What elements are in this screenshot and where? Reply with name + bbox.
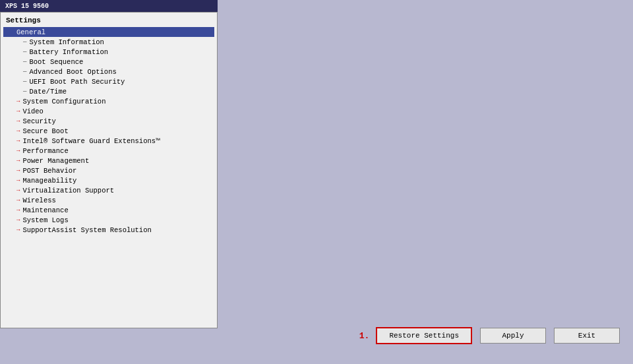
dash-icon: —: [23, 59, 26, 65]
title-bar-text: XPS 15 9560: [5, 3, 49, 10]
sidebar-item-label: Video: [22, 107, 44, 115]
arrow-icon: →: [16, 177, 20, 184]
sidebar-item-label: Maintenance: [22, 206, 68, 214]
sidebar-item-uefi-boot-path-security[interactable]: —UEFI Boot Path Security: [3, 76, 214, 86]
arrow-icon: →: [16, 148, 20, 154]
bottom-bar: 1. Restore Settings Apply Exit: [0, 327, 633, 344]
arrow-icon: →: [16, 227, 20, 233]
sidebar-item-performance[interactable]: →Performance: [3, 146, 214, 156]
sidebar-item-label: System Information: [29, 38, 104, 46]
arrow-icon: →: [16, 207, 20, 214]
arrow-icon: →: [16, 138, 20, 144]
sidebar-item-label: POST Behavior: [22, 167, 76, 175]
dash-icon: —: [23, 39, 26, 46]
sidebar-item-post-behavior[interactable]: →POST Behavior: [3, 166, 214, 175]
sidebar-item-intel-software-guard[interactable]: →Intel® Software Guard Extensions™: [3, 136, 214, 146]
dash-icon: —: [23, 88, 26, 95]
sidebar-item-boot-sequence[interactable]: —Boot Sequence: [3, 57, 214, 67]
restore-settings-button[interactable]: Restore Settings: [376, 327, 472, 344]
sidebar-item-label: Manageability: [22, 177, 76, 185]
sidebar-item-label: Secure Boot: [22, 127, 68, 135]
sidebar-item-label: Intel® Software Guard Extensions™: [22, 137, 160, 145]
sidebar-item-secure-boot[interactable]: →Secure Boot: [3, 126, 214, 136]
sidebar-item-label: System Logs: [22, 216, 68, 224]
sidebar-item-label: Battery Information: [29, 48, 108, 56]
sidebar-item-system-logs[interactable]: →System Logs: [3, 215, 214, 225]
arrow-icon: →: [16, 167, 20, 174]
sidebar-item-label: Power Management: [22, 157, 89, 165]
sidebar-item-label: System Configuration: [22, 98, 106, 106]
sidebar-item-label: Performance: [22, 147, 68, 155]
sidebar-item-supportassist[interactable]: →SupportAssist System Resolution: [3, 225, 214, 235]
restore-wrapper: 1. Restore Settings: [359, 327, 472, 344]
arrow-icon: →: [16, 108, 20, 115]
sidebar-item-label: Virtualization Support: [22, 187, 114, 195]
sidebar-item-date-time[interactable]: —Date/Time: [3, 86, 214, 96]
arrow-icon: →: [16, 158, 20, 164]
sidebar-item-maintenance[interactable]: →Maintenance: [3, 205, 214, 215]
step-label: 1.: [359, 331, 370, 341]
dash-icon: —: [23, 69, 26, 75]
sidebar-item-advanced-boot-options[interactable]: —Advanced Boot Options: [3, 67, 214, 76]
sidebar-item-video[interactable]: →Video: [3, 106, 214, 116]
nav-tree: General—System Information—Battery Infor…: [1, 27, 217, 235]
arrow-icon: →: [16, 217, 20, 224]
sidebar-item-label: Security: [22, 117, 55, 125]
arrow-icon: →: [16, 118, 20, 125]
sidebar-item-wireless[interactable]: →Wireless: [3, 195, 214, 205]
dash-icon: —: [23, 78, 26, 85]
sidebar-item-label: UEFI Boot Path Security: [29, 78, 125, 86]
exit-button[interactable]: Exit: [554, 328, 620, 344]
apply-button[interactable]: Apply: [480, 328, 546, 344]
arrow-icon: →: [16, 187, 20, 194]
sidebar-item-power-management[interactable]: →Power Management: [3, 156, 214, 166]
settings-header: Settings: [1, 13, 217, 27]
title-bar: XPS 15 9560: [0, 0, 218, 12]
sidebar-item-security[interactable]: →Security: [3, 116, 214, 126]
sidebar-item-label: Wireless: [22, 197, 55, 204]
dash-icon: —: [23, 49, 26, 55]
arrow-icon: →: [16, 128, 20, 135]
arrow-icon: →: [16, 98, 20, 105]
sidebar-item-general[interactable]: General: [3, 27, 214, 37]
sidebar-item-virtualization-support[interactable]: →Virtualization Support: [3, 185, 214, 195]
sidebar-item-label: Boot Sequence: [29, 58, 83, 66]
sidebar-item-label: Date/Time: [29, 88, 67, 96]
arrow-icon: →: [16, 197, 20, 204]
sidebar-item-battery-information[interactable]: —Battery Information: [3, 47, 214, 57]
sidebar-item-manageability[interactable]: →Manageability: [3, 175, 214, 185]
sidebar-item-label: SupportAssist System Resolution: [22, 226, 151, 234]
sidebar-item-label: Advanced Boot Options: [29, 68, 116, 76]
bios-panel: Settings General—System Information—Batt…: [0, 12, 218, 328]
sidebar-item-label: General: [16, 28, 45, 36]
sidebar-item-system-information[interactable]: —System Information: [3, 37, 214, 47]
sidebar-item-system-configuration[interactable]: →System Configuration: [3, 96, 214, 106]
